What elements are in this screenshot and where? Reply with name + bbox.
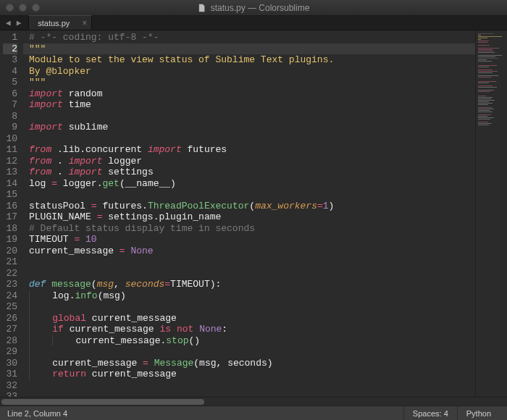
minimap-line xyxy=(478,77,491,77)
line-number: 26 xyxy=(3,313,17,324)
line-number: 32 xyxy=(3,380,17,392)
horizontal-scrollbar-thumb[interactable] xyxy=(1,399,204,405)
horizontal-scrollbar[interactable] xyxy=(0,397,507,406)
line-number: 1 xyxy=(3,32,17,43)
minimap-line xyxy=(478,83,489,83)
minimap-line xyxy=(478,100,495,101)
code-line[interactable]: current_message.stop() xyxy=(23,335,475,347)
minimap-line xyxy=(478,101,489,102)
minimap-line xyxy=(478,45,490,46)
code-line[interactable]: PLUGIN_NAME = settings.plugin_name xyxy=(23,211,475,223)
code-line[interactable]: """ xyxy=(23,77,475,88)
line-number: 18 xyxy=(3,223,17,235)
minimap-line xyxy=(478,61,492,62)
line-number: 19 xyxy=(3,234,17,245)
minimap-line xyxy=(478,119,490,119)
line-number: 17 xyxy=(3,211,17,223)
tab-status-py[interactable]: status.py × xyxy=(28,15,92,30)
code-line[interactable] xyxy=(23,380,475,392)
line-number: 16 xyxy=(3,201,17,212)
status-indent[interactable]: Spaces: 4 xyxy=(403,406,457,421)
code-line[interactable] xyxy=(23,189,475,201)
title-appname: Colorsublime xyxy=(259,3,309,13)
nav-back-icon[interactable]: ◀ xyxy=(3,18,14,28)
line-number: 20 xyxy=(3,245,17,257)
close-window-icon[interactable] xyxy=(6,4,14,12)
code-line[interactable] xyxy=(23,256,475,268)
code-line[interactable]: import sublime xyxy=(23,122,475,133)
close-tab-icon[interactable]: × xyxy=(82,19,87,28)
minimap-line xyxy=(478,56,495,57)
minimap-line xyxy=(478,85,493,86)
minimap-line xyxy=(478,48,499,49)
minimap-line xyxy=(478,109,494,109)
code-line[interactable]: from .lib.concurrent import futures xyxy=(23,144,475,156)
minimap-line xyxy=(478,35,481,35)
minimap-line xyxy=(478,90,494,91)
line-number: 10 xyxy=(3,133,17,145)
line-number: 29 xyxy=(3,346,17,358)
line-number: 13 xyxy=(3,167,17,178)
zoom-window-icon[interactable] xyxy=(32,4,40,12)
nav-forward-icon[interactable]: ▶ xyxy=(14,18,25,28)
line-number: 27 xyxy=(3,324,17,335)
line-number: 25 xyxy=(3,301,17,313)
code-line[interactable] xyxy=(23,301,475,313)
line-number: 9 xyxy=(3,122,17,133)
status-syntax[interactable]: Python xyxy=(457,406,500,421)
line-number: 23 xyxy=(3,279,17,290)
line-number: 11 xyxy=(3,144,17,156)
line-number: 15 xyxy=(3,189,17,201)
title-filename: status.py xyxy=(211,3,246,13)
code-line[interactable]: current_message = Message(msg, seconds) xyxy=(23,358,475,369)
minimap-line xyxy=(478,75,498,76)
window-titlebar: status.py — Colorsublime xyxy=(0,0,507,16)
code-line[interactable]: import time xyxy=(23,99,475,111)
code-line[interactable]: def message(msg, seconds=TIMEOUT): xyxy=(23,279,475,290)
minimize-window-icon[interactable] xyxy=(19,4,27,12)
code-area[interactable]: # -*- coding: utf-8 -*-"""Module to set … xyxy=(23,30,475,404)
editor[interactable]: 1234567891011121314151617181920212223242… xyxy=(0,30,507,404)
code-line[interactable]: # Default status display time in seconds xyxy=(23,223,475,235)
code-line[interactable]: """ xyxy=(23,43,475,55)
code-line[interactable]: By @blopker xyxy=(23,66,475,77)
code-line[interactable]: # -*- coding: utf-8 -*- xyxy=(23,32,475,43)
minimap-line xyxy=(478,67,489,67)
minimap-line xyxy=(478,58,498,59)
code-line[interactable] xyxy=(23,111,475,122)
minimap-line xyxy=(478,42,487,43)
minimap-line xyxy=(478,97,493,98)
code-line[interactable]: global current_message xyxy=(23,313,475,324)
line-number: 8 xyxy=(3,111,17,122)
code-line[interactable]: from . import settings xyxy=(23,167,475,178)
line-number: 22 xyxy=(3,268,17,280)
minimap[interactable] xyxy=(475,30,507,404)
code-line[interactable]: Module to set the view status of Sublime… xyxy=(23,54,475,66)
code-line[interactable]: TIMEOUT = 10 xyxy=(23,234,475,245)
code-line[interactable]: import random xyxy=(23,88,475,100)
line-number: 2 xyxy=(3,43,17,55)
code-line[interactable] xyxy=(23,346,475,358)
code-line[interactable]: if current_message is not None: xyxy=(23,324,475,335)
minimap-line xyxy=(478,55,502,56)
status-position[interactable]: Line 2, Column 4 xyxy=(7,409,67,418)
code-line[interactable]: return current_message xyxy=(23,369,475,380)
minimap-line xyxy=(478,114,491,115)
code-line[interactable]: statusPool = futures.ThreadPoolExecutor(… xyxy=(23,201,475,212)
document-icon xyxy=(198,4,206,12)
minimap-line xyxy=(478,49,493,50)
code-line[interactable]: log = logger.get(__name__) xyxy=(23,178,475,190)
line-number: 12 xyxy=(3,156,17,167)
minimap-line xyxy=(478,125,489,125)
code-line[interactable]: current_message = None xyxy=(23,245,475,257)
code-line[interactable] xyxy=(23,268,475,280)
line-number: 5 xyxy=(3,77,17,88)
line-number: 24 xyxy=(3,290,17,302)
code-line[interactable]: log.info(msg) xyxy=(23,290,475,302)
minimap-line xyxy=(478,65,497,66)
tab-bar: ◀ ▶ status.py × xyxy=(0,16,507,30)
minimap-line xyxy=(478,59,487,60)
code-line[interactable]: from . import logger xyxy=(23,156,475,167)
minimap-line xyxy=(478,33,494,34)
code-line[interactable] xyxy=(23,133,475,145)
